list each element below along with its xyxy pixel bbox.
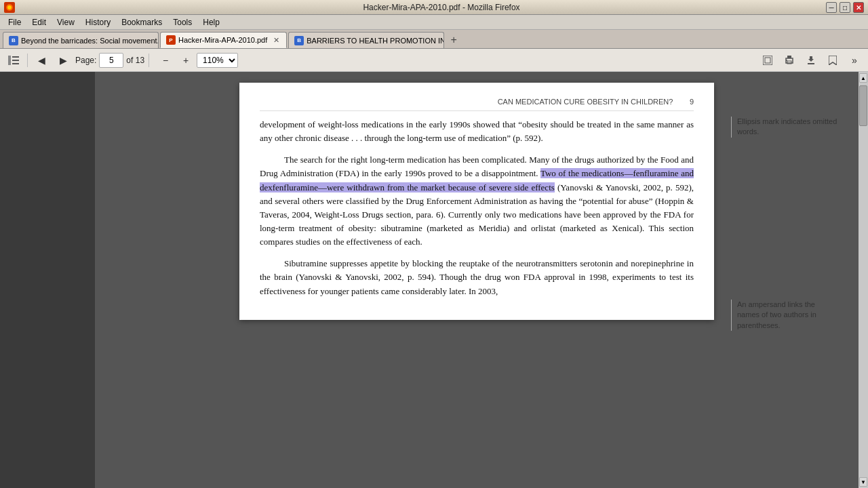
toolbar-sep-2 — [149, 54, 149, 67]
tab-0-icon: B — [9, 36, 18, 45]
window-titlebar: Hacker-Mira-APA-2010.pdf - Mozilla Firef… — [0, 0, 868, 15]
tab-1[interactable]: P Hacker-Mira-APA-2010.pdf ✕ — [160, 32, 287, 48]
download-button[interactable] — [802, 52, 821, 69]
tabbar: B Beyond the barricades: Social movement… — [0, 30, 868, 49]
annotation-1-text: Ellipsis mark indicates omitted words. — [737, 117, 837, 136]
print-button[interactable] — [780, 52, 799, 69]
sidebar-toggle-button[interactable] — [4, 52, 23, 69]
menu-edit[interactable]: Edit — [26, 16, 52, 28]
toolbar-sep-1 — [27, 54, 28, 67]
menu-view[interactable]: View — [52, 16, 80, 28]
annotation-2: An ampersand links the names of two auth… — [731, 300, 840, 331]
zoom-controls: − + 110% 100% 125% 150% 75% — [156, 52, 238, 69]
svg-point-11 — [786, 60, 787, 61]
pdf-paragraph-1: development of weight-loss medications i… — [260, 118, 694, 145]
firefox-icon — [4, 2, 15, 13]
tab-1-icon: P — [166, 35, 176, 45]
toolbar: ◀ ▶ Page: of 13 − + 110% 100% 125% 150% … — [0, 49, 868, 72]
menu-tools[interactable]: Tools — [167, 16, 197, 28]
annotation-1: Ellipsis mark indicates omitted words. — [731, 117, 840, 138]
svg-rect-2 — [8, 56, 11, 65]
zoom-select[interactable]: 110% 100% 125% 150% 75% — [197, 53, 238, 68]
page-navigation: Page: of 13 — [75, 53, 144, 68]
menu-help[interactable]: Help — [197, 16, 225, 28]
main-area: CAN MEDICATION CURE OBESITY IN CHILDREN?… — [0, 72, 868, 488]
pdf-page: CAN MEDICATION CURE OBESITY IN CHILDREN?… — [239, 83, 714, 320]
svg-rect-4 — [12, 60, 19, 61]
svg-marker-14 — [829, 56, 837, 65]
page-total: of 13 — [126, 56, 144, 65]
window-title: Hacker-Mira-APA-2010.pdf - Mozilla Firef… — [19, 3, 864, 12]
minimize-button[interactable]: ─ — [826, 2, 837, 13]
left-sidebar — [0, 72, 95, 488]
pdf-header-text: CAN MEDICATION CURE OBESITY IN CHILDREN? — [498, 98, 673, 106]
svg-marker-13 — [808, 56, 814, 62]
svg-rect-9 — [787, 56, 791, 58]
bookmark-button[interactable] — [823, 52, 842, 69]
restore-button[interactable]: □ — [840, 2, 850, 13]
page-label: Page: — [75, 56, 96, 65]
new-tab-button[interactable]: + — [446, 32, 462, 48]
tab-1-close[interactable]: ✕ — [271, 35, 281, 45]
tab-2-label: BARRIERS TO HEALTH PROMOTION IN A... — [307, 37, 444, 45]
close-button[interactable]: ✕ — [853, 2, 864, 13]
highlighted-text: Two of the medications—fenfluramine and … — [260, 168, 694, 192]
scrollbar-down-button[interactable]: ▼ — [859, 477, 867, 487]
menu-file[interactable]: File — [3, 16, 26, 28]
tab-2[interactable]: B BARRIERS TO HEALTH PROMOTION IN A... ✕ — [288, 32, 444, 48]
pdf-wrapper[interactable]: CAN MEDICATION CURE OBESITY IN CHILDREN?… — [95, 72, 859, 488]
zoom-in-button[interactable]: + — [176, 52, 195, 69]
tab-1-label: Hacker-Mira-APA-2010.pdf — [178, 36, 267, 44]
menu-bookmarks[interactable]: Bookmarks — [116, 16, 167, 28]
page-input[interactable] — [99, 53, 123, 68]
more-tools-button[interactable]: » — [845, 52, 864, 69]
svg-rect-12 — [808, 63, 814, 64]
zoom-out-button[interactable]: − — [156, 52, 175, 69]
menubar: File Edit View History Bookmarks Tools H… — [0, 15, 868, 30]
pdf-header: CAN MEDICATION CURE OBESITY IN CHILDREN?… — [260, 96, 694, 111]
pdf-paragraph-2: The search for the right long-term medic… — [260, 153, 694, 249]
prev-page-button[interactable]: ◀ — [32, 52, 51, 69]
svg-rect-7 — [765, 58, 770, 63]
pdf-paragraph-3: Sibutramine suppresses appetite by block… — [260, 257, 694, 298]
scrollbar-up-button[interactable]: ▲ — [859, 73, 867, 83]
svg-rect-5 — [12, 63, 19, 64]
tab-2-icon: B — [294, 36, 304, 45]
scrollbar-thumb[interactable] — [859, 85, 867, 126]
pdf-header-page: 9 — [690, 98, 694, 106]
menu-history[interactable]: History — [80, 16, 116, 28]
svg-rect-6 — [763, 56, 772, 65]
svg-rect-3 — [12, 56, 19, 58]
window-controls: ─ □ ✕ — [826, 2, 864, 13]
tab-0[interactable]: B Beyond the barricades: Social movement… — [3, 32, 159, 48]
annotation-2-text: An ampersand links the names of two auth… — [737, 300, 816, 329]
scrollbar-track: ▲ ▼ — [859, 72, 868, 488]
toolbar-right: » — [758, 52, 864, 69]
fullscreen-button[interactable] — [758, 52, 777, 69]
next-page-button[interactable]: ▶ — [54, 52, 73, 69]
tab-0-label: Beyond the barricades: Social movement..… — [21, 37, 159, 45]
svg-point-1 — [7, 5, 12, 9]
pdf-container: CAN MEDICATION CURE OBESITY IN CHILDREN?… — [239, 77, 714, 483]
